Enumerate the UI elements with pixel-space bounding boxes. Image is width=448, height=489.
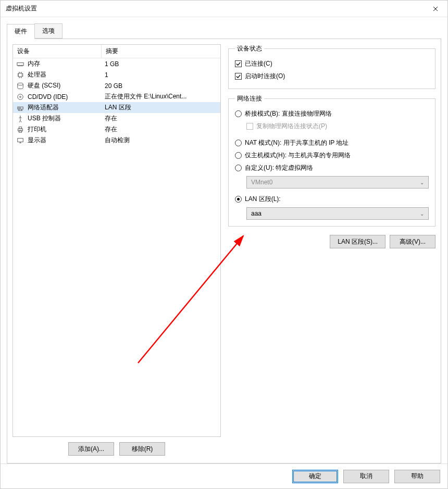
device-summary: 20 GB (105, 82, 217, 90)
device-summary: 自动检测 (105, 136, 217, 145)
memory-icon (16, 60, 24, 68)
add-button[interactable]: 添加(A)... (68, 442, 114, 456)
connected-label: 已连接(C) (245, 59, 272, 68)
bridged-radio[interactable] (235, 110, 242, 117)
chevron-down-icon: ⌄ (420, 180, 424, 185)
device-row[interactable]: USB 控制器存在 (13, 113, 220, 124)
lansegment-combo[interactable]: aaa ⌄ (246, 207, 429, 220)
custom-label: 自定义(U): 特定虚拟网络 (245, 164, 313, 172)
replicate-checkbox (246, 123, 253, 130)
device-row[interactable]: 网络适配器LAN 区段 (13, 102, 220, 113)
printer-icon (16, 126, 24, 134)
device-name: 硬盘 (SCSI) (28, 81, 105, 90)
device-name: USB 控制器 (28, 114, 105, 123)
device-summary: 正在使用文件 E:\Linux\Cent... (105, 92, 217, 101)
replicate-label: 复制物理网络连接状态(P) (256, 122, 327, 131)
device-row[interactable]: 内存1 GB (13, 58, 220, 69)
svg-rect-0 (17, 62, 23, 65)
tab-options[interactable]: 选项 (34, 23, 63, 39)
display-icon (16, 136, 24, 145)
device-name: 处理器 (28, 70, 105, 79)
dialog-button-bar: 确定 取消 帮助 (1, 463, 447, 488)
advanced-button[interactable]: 高级(V)... (390, 235, 435, 248)
device-name: 打印机 (28, 125, 105, 134)
remove-button[interactable]: 移除(R) (119, 442, 165, 456)
title-bar: 虚拟机设置 (1, 1, 447, 17)
lansegment-value: aaa (251, 210, 262, 217)
check-icon (236, 74, 241, 79)
tab-hardware[interactable]: 硬件 (7, 24, 35, 39)
help-button[interactable]: 帮助 (394, 470, 440, 483)
lansegment-radio[interactable] (235, 196, 242, 203)
custom-network-combo: VMnet0 ⌄ (246, 176, 429, 189)
connect-on-start-checkbox[interactable] (235, 73, 242, 80)
device-state-group: 设备状态 已连接(C) 启动时连接(O) (228, 44, 435, 89)
lansegment-label: LAN 区段(L): (245, 195, 281, 204)
device-row[interactable]: CD/DVD (IDE)正在使用文件 E:\Linux\Cent... (13, 91, 220, 102)
svg-point-7 (20, 107, 20, 108)
hostonly-radio[interactable] (235, 152, 242, 159)
svg-point-6 (19, 107, 19, 108)
device-name: 内存 (28, 59, 105, 68)
cd-icon (16, 93, 24, 101)
bridged-label: 桥接模式(B): 直接连接物理网络 (245, 109, 332, 118)
cancel-button[interactable]: 取消 (343, 470, 389, 483)
check-icon (236, 61, 241, 66)
custom-network-value: VMnet0 (251, 179, 272, 186)
device-name: CD/DVD (IDE) (28, 93, 105, 101)
device-summary: 存在 (105, 125, 217, 134)
device-summary: LAN 区段 (105, 103, 217, 112)
col-summary: 摘要 (102, 45, 220, 58)
connect-on-start-label: 启动时连接(O) (245, 72, 285, 81)
device-summary: 存在 (105, 114, 217, 123)
window-title: 虚拟机设置 (6, 4, 37, 13)
device-row[interactable]: 处理器1 (13, 69, 220, 80)
tabs: 硬件 选项 (7, 23, 441, 39)
chevron-down-icon: ⌄ (420, 211, 424, 217)
device-summary: 1 GB (105, 60, 217, 68)
connected-checkbox[interactable] (235, 60, 242, 67)
close-icon (433, 6, 438, 11)
svg-rect-9 (19, 127, 21, 129)
lan-segments-button[interactable]: LAN 区段(S)... (330, 235, 385, 248)
device-list-header: 设备 摘要 (13, 45, 220, 58)
hostonly-label: 仅主机模式(H): 与主机共享的专用网络 (245, 151, 351, 160)
svg-point-3 (18, 94, 23, 99)
device-summary: 1 (105, 71, 217, 79)
col-device: 设备 (13, 45, 102, 58)
usb-icon (16, 115, 24, 123)
close-button[interactable] (424, 1, 447, 17)
nat-radio[interactable] (235, 140, 242, 146)
disk-icon (16, 82, 24, 90)
network-icon (16, 104, 24, 112)
svg-rect-11 (18, 138, 23, 142)
device-name: 显示器 (28, 136, 105, 145)
cpu-icon (16, 71, 24, 79)
network-legend: 网络连接 (235, 94, 264, 103)
svg-point-4 (20, 96, 21, 97)
network-connection-group: 网络连接 桥接模式(B): 直接连接物理网络 复制物理网络连接状态(P) NAT… (228, 94, 435, 227)
device-row[interactable]: 显示器自动检测 (13, 135, 220, 146)
svg-rect-1 (19, 73, 22, 77)
device-row[interactable]: 打印机存在 (13, 124, 220, 135)
device-state-legend: 设备状态 (235, 44, 264, 53)
ok-button[interactable]: 确定 (292, 470, 338, 483)
device-name: 网络适配器 (28, 103, 105, 112)
device-row[interactable]: 硬盘 (SCSI)20 GB (13, 80, 220, 91)
nat-label: NAT 模式(N): 用于共享主机的 IP 地址 (245, 139, 349, 147)
svg-point-2 (18, 83, 23, 85)
device-list[interactable]: 设备 摘要 内存1 GB处理器1硬盘 (SCSI)20 GBCD/DVD (ID… (13, 44, 221, 437)
custom-radio[interactable] (235, 165, 242, 171)
